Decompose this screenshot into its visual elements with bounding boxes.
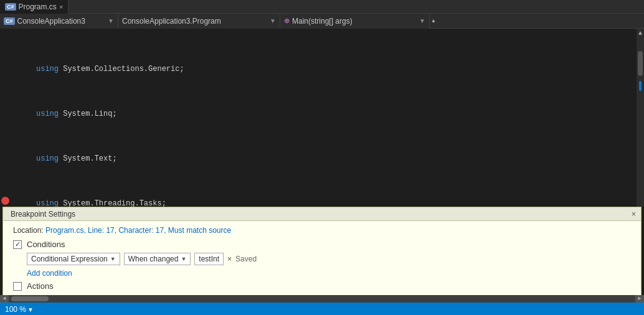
condition-type-dropdown[interactable]: Conditional Expression ▼: [27, 253, 120, 265]
tab-close-icon[interactable]: ×: [59, 3, 63, 11]
condition-when-arrow-icon: ▼: [181, 256, 186, 262]
zoom-arrow-icon[interactable]: ▼: [27, 306, 34, 313]
code-line: using System.Linq;: [36, 108, 634, 120]
tab-filename: Program.cs: [19, 2, 57, 11]
editor-scrollbar[interactable]: ▲: [637, 29, 644, 207]
bp-close-button[interactable]: ×: [629, 210, 638, 219]
method-arrow-icon: ▼: [419, 17, 425, 24]
bp-actions-label: Actions: [27, 281, 54, 291]
bp-panel-header: Breakpoint Settings ×: [3, 207, 641, 221]
zoom-level: 100 %: [5, 305, 26, 314]
scroll-up-icon[interactable]: ▲: [638, 29, 642, 39]
project-arrow-icon: ▼: [108, 17, 114, 24]
condition-when-dropdown[interactable]: When changed ▼: [124, 253, 191, 265]
bp-panel-title: Breakpoint Settings: [6, 210, 627, 219]
condition-remove-button[interactable]: ×: [227, 255, 232, 263]
code-line: using System.Text;: [36, 153, 634, 164]
lang-icon: C#: [5, 3, 16, 11]
condition-saved-status: Saved: [235, 255, 257, 263]
bp-conditions-row: Conditions: [13, 240, 631, 249]
bp-location-label: Location:: [13, 226, 44, 235]
scroll-thumb[interactable]: [638, 51, 643, 76]
project-name: ConsoleApplication3: [17, 17, 85, 26]
code-content: using System.Collections.Generic; using …: [34, 29, 637, 207]
bp-actions-row: Actions: [13, 281, 631, 291]
method-name: Main(string[] args): [292, 17, 353, 26]
condition-when-label: When changed: [128, 255, 179, 263]
h-scroll-thumb[interactable]: [11, 296, 49, 301]
bp-conditions-label: Conditions: [27, 240, 65, 249]
horizontal-scrollbar[interactable]: ◄ ►: [0, 295, 644, 303]
class-dropdown[interactable]: ConsoleApplication3.Program ▼: [118, 14, 280, 29]
scroll-indicator: [639, 81, 642, 91]
bp-location: Location: Program.cs, Line: 17, Characte…: [13, 226, 631, 235]
file-tab[interactable]: C# Program.cs ×: [0, 0, 69, 14]
bp-location-value[interactable]: Program.cs, Line: 17, Character: 17, Mus…: [45, 226, 231, 235]
condition-type-label: Conditional Expression: [31, 255, 108, 263]
condition-type-arrow-icon: ▼: [110, 256, 116, 262]
condition-value-input[interactable]: testInt: [194, 253, 224, 265]
nav-scroll-up[interactable]: ▲: [430, 14, 437, 28]
code-line: using System.Collections.Generic;: [36, 63, 634, 75]
breakpoint-dot[interactable]: [1, 197, 9, 205]
class-path: ConsoleApplication3.Program: [122, 17, 221, 26]
line-numbers: [11, 29, 34, 207]
bp-actions-checkbox[interactable]: [13, 282, 22, 291]
method-icon: ⊕: [284, 17, 290, 25]
project-icon: C#: [4, 17, 15, 25]
code-editor: using System.Collections.Generic; using …: [0, 29, 644, 207]
class-arrow-icon: ▼: [270, 17, 276, 24]
bp-conditions-checkbox[interactable]: [13, 240, 22, 249]
bp-condition-controls: Conditional Expression ▼ When changed ▼ …: [27, 253, 631, 265]
h-scroll-left-icon[interactable]: ◄: [0, 295, 9, 303]
method-dropdown[interactable]: ⊕ Main(string[] args) ▼: [280, 14, 430, 29]
add-condition-link[interactable]: Add condition: [27, 269, 631, 278]
nav-bar: C# ConsoleApplication3 ▼ ConsoleApplicat…: [0, 14, 644, 29]
project-dropdown[interactable]: C# ConsoleApplication3 ▼: [0, 14, 118, 29]
status-bar: 100 % ▼: [0, 303, 644, 315]
h-scroll-right-icon[interactable]: ►: [635, 295, 644, 303]
code-line: using System.Threading.Tasks;: [36, 198, 634, 207]
